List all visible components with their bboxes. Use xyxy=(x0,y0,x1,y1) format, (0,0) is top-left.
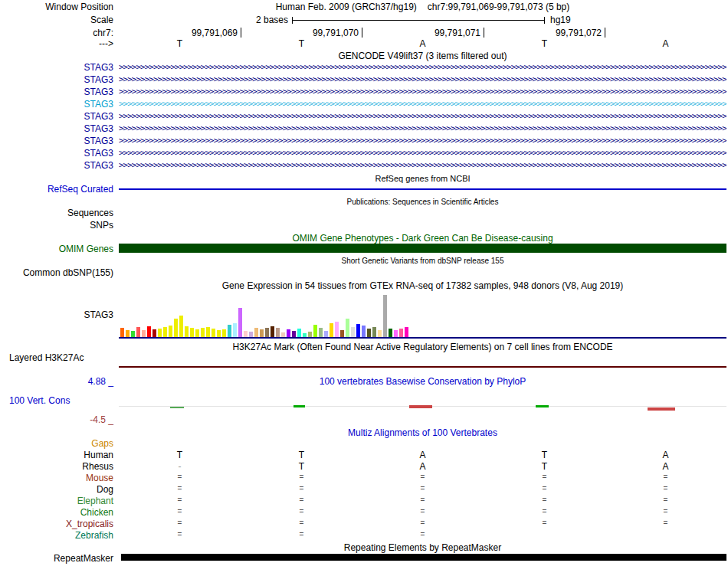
gtex-bar xyxy=(217,330,221,337)
gtex-bar xyxy=(276,328,280,337)
multiz-cell: T xyxy=(119,450,241,460)
genome-browser-view: Window Position Human Feb. 2009 (GRCh37/… xyxy=(0,0,728,576)
ruler-base: A xyxy=(605,38,726,49)
multiz-title: Multiz Alignments of 100 Vertebrates xyxy=(119,427,726,438)
scale-label: Scale xyxy=(0,15,113,25)
gtex-bar xyxy=(142,330,146,337)
h3k27ac-label[interactable]: Layered H3K27Ac xyxy=(9,352,84,363)
gencode-transcript[interactable]: >>>>>>>>>>>>>>>>>>>>>>>>>>>>>>>>>>>>>>>>… xyxy=(119,160,726,171)
gencode-item-label[interactable]: STAG3 xyxy=(0,62,113,73)
gencode-item-label[interactable]: STAG3 xyxy=(0,148,113,159)
ruler-coordinate: 99,791,069 xyxy=(170,28,238,38)
h3k27ac-title: H3K27Ac Mark (Often Found Near Active Re… xyxy=(119,342,726,352)
ruler-tick xyxy=(484,28,484,38)
gtex-bar xyxy=(367,329,371,337)
gtex-bar xyxy=(362,326,366,337)
multiz-cell: T xyxy=(484,450,605,460)
omim-genes-label[interactable]: OMIM Genes xyxy=(0,244,113,254)
omim-gene-bar[interactable] xyxy=(119,244,726,253)
repeatmasker-label[interactable]: RepeatMasker xyxy=(0,553,113,564)
gtex-bar xyxy=(147,326,151,337)
gtex-bar xyxy=(260,329,264,337)
multiz-species-label[interactable]: Dog xyxy=(0,484,113,495)
gencode-transcript[interactable]: >>>>>>>>>>>>>>>>>>>>>>>>>>>>>>>>>>>>>>>>… xyxy=(119,148,726,159)
multiz-species-label[interactable]: Human xyxy=(0,450,113,460)
gencode-transcript[interactable]: >>>>>>>>>>>>>>>>>>>>>>>>>>>>>>>>>>>>>>>>… xyxy=(119,62,726,73)
gencode-item-label[interactable]: STAG3 xyxy=(0,99,113,110)
multiz-cell: = xyxy=(362,519,484,527)
gtex-bar xyxy=(169,326,172,337)
multiz-cell: A xyxy=(362,461,484,472)
multiz-species-label[interactable]: Chicken xyxy=(0,507,113,518)
ruler-tick xyxy=(605,28,605,38)
gtex-bar xyxy=(346,319,349,337)
gencode-item-label[interactable]: STAG3 xyxy=(0,123,113,134)
gencode-transcript[interactable]: >>>>>>>>>>>>>>>>>>>>>>>>>>>>>>>>>>>>>>>>… xyxy=(119,99,726,110)
ruler-base: T xyxy=(119,38,241,49)
dbsnp-title: Short Genetic Variants from dbSNP releas… xyxy=(119,257,726,265)
refseq-curated-label[interactable]: RefSeq Curated xyxy=(0,184,113,195)
gtex-bar xyxy=(228,325,231,337)
gtex-baseline xyxy=(119,337,726,339)
multiz-cell: = xyxy=(119,496,241,504)
h3k27ac-signal[interactable] xyxy=(119,366,726,368)
gtex-bar xyxy=(152,329,156,337)
gencode-item-label[interactable]: STAG3 xyxy=(0,111,113,122)
ruler-coordinate: 99,791,072 xyxy=(534,28,602,38)
multiz-cell: = xyxy=(484,519,605,527)
gtex-bar xyxy=(297,329,301,337)
gencode-title: GENCODE V49lift37 (3 items filtered out) xyxy=(119,51,726,61)
repeatmasker-bar[interactable] xyxy=(121,554,726,561)
multiz-cell: = xyxy=(241,473,362,481)
multiz-species-label[interactable]: Rhesus xyxy=(0,461,113,472)
ruler-tick xyxy=(362,28,362,38)
multiz-species-label[interactable]: Mouse xyxy=(0,473,113,483)
multiz-species-label[interactable]: X_tropicalis xyxy=(0,519,113,529)
gtex-bar xyxy=(335,322,339,337)
gencode-item-label[interactable]: STAG3 xyxy=(0,74,113,85)
gtex-bar xyxy=(356,324,360,337)
gtex-bar xyxy=(244,331,248,337)
multiz-cell: = xyxy=(241,496,362,504)
multiz-cell: = xyxy=(484,507,605,515)
phylop-mark xyxy=(536,405,549,407)
gtex-bar xyxy=(195,329,199,337)
multiz-cell: = xyxy=(119,530,241,538)
gtex-bar xyxy=(372,327,376,337)
window-position-label: Window Position xyxy=(0,2,113,12)
scale-bar xyxy=(292,20,545,21)
gencode-item-label[interactable]: STAG3 xyxy=(0,136,113,146)
phylop-mark xyxy=(648,407,675,411)
sequences-label[interactable]: Sequences xyxy=(0,208,113,218)
multiz-cell: = xyxy=(484,496,605,504)
gtex-gene-label[interactable]: STAG3 xyxy=(0,309,113,320)
snps-label[interactable]: SNPs xyxy=(0,220,113,231)
ruler-base: A xyxy=(362,38,484,49)
gencode-transcript[interactable]: >>>>>>>>>>>>>>>>>>>>>>>>>>>>>>>>>>>>>>>>… xyxy=(119,136,726,146)
gencode-transcript[interactable]: >>>>>>>>>>>>>>>>>>>>>>>>>>>>>>>>>>>>>>>>… xyxy=(119,74,726,85)
refseq-curated-item[interactable] xyxy=(119,188,726,190)
gtex-bars[interactable] xyxy=(119,295,726,337)
scale-bar-left-tick xyxy=(292,17,293,24)
ruler-base: T xyxy=(484,38,605,49)
gencode-transcript[interactable]: >>>>>>>>>>>>>>>>>>>>>>>>>>>>>>>>>>>>>>>>… xyxy=(119,123,726,134)
multiz-cell: = xyxy=(119,473,241,481)
common-dbsnp-label[interactable]: Common dbSNP(155) xyxy=(0,267,113,278)
multiz-species-label[interactable]: Elephant xyxy=(0,496,113,506)
gtex-bar xyxy=(201,328,205,337)
multiz-species-label[interactable]: Gaps xyxy=(0,438,113,449)
multiz-cell: = xyxy=(362,507,484,515)
multiz-cell: = xyxy=(605,519,726,527)
gencode-item-label[interactable]: STAG3 xyxy=(0,160,113,171)
multiz-species-label[interactable]: Zebrafish xyxy=(0,530,113,541)
gencode-item-label[interactable]: STAG3 xyxy=(0,87,113,97)
gtex-bar xyxy=(126,330,130,337)
gtex-bar xyxy=(212,329,215,337)
gencode-transcript[interactable]: >>>>>>>>>>>>>>>>>>>>>>>>>>>>>>>>>>>>>>>>… xyxy=(119,87,726,97)
gencode-transcript[interactable]: >>>>>>>>>>>>>>>>>>>>>>>>>>>>>>>>>>>>>>>>… xyxy=(119,111,726,122)
phylop-min-label: -4.5 _ xyxy=(0,414,113,425)
gtex-bar xyxy=(340,330,344,337)
phylop-track-label[interactable]: 100 Vert. Cons xyxy=(9,395,70,406)
multiz-cell: = xyxy=(119,507,241,515)
multiz-cell: = xyxy=(362,473,484,481)
